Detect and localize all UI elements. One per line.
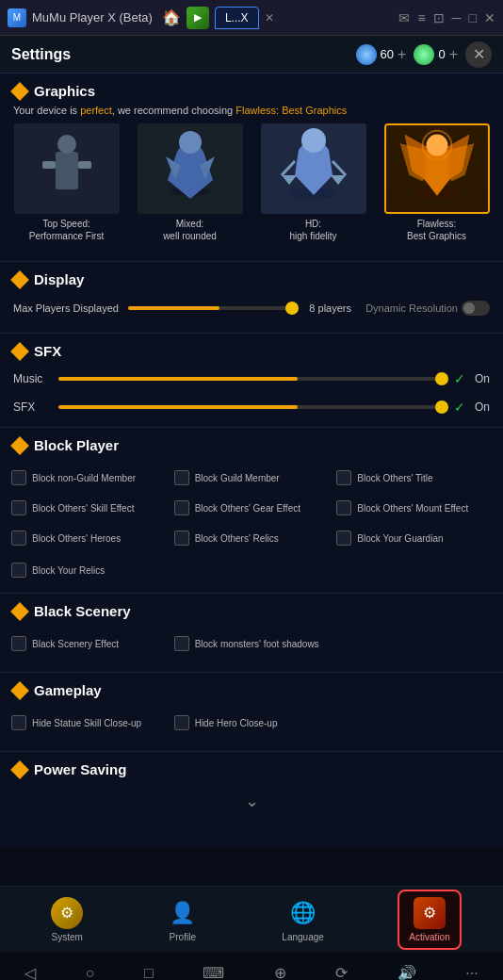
android-volume-button[interactable]: 🔊: [398, 964, 416, 980]
close-icon: ✕: [473, 45, 485, 63]
activation-icon: ⚙: [414, 897, 446, 929]
block-monsters-checkbox[interactable]: [174, 636, 189, 651]
hide-hero-item: Hide Hero Close-up: [170, 708, 333, 738]
sfx-title: SFX: [34, 343, 61, 359]
block-guild-checkbox[interactable]: [174, 470, 189, 485]
restore-icon[interactable]: ⊡: [433, 10, 445, 25]
sfx-slider[interactable]: [58, 398, 445, 416]
display-diamond-icon: [10, 270, 29, 289]
hide-hero-checkbox[interactable]: [174, 715, 189, 730]
android-more-button[interactable]: ···: [465, 965, 478, 981]
graphics-option-flawless[interactable]: Flawless:Best Graphics: [384, 123, 490, 242]
app-name: MuMu Player X (Beta): [32, 10, 153, 24]
music-slider-track: [58, 377, 445, 381]
block-item-gear: Block Others' Gear Effect: [170, 493, 333, 523]
graphics-hd-label: HD:high fidelity: [261, 218, 366, 242]
settings-close-button[interactable]: ✕: [465, 41, 492, 68]
close-tab-icon[interactable]: ✕: [265, 11, 274, 24]
sfx-row: SFX ✓ On: [0, 393, 503, 421]
black-scenery-header: Black Scenery: [0, 594, 503, 625]
block-player-header: Block Player: [0, 428, 503, 459]
block-your-relics-label: Block Your Relics: [32, 564, 105, 577]
graphics-speed-preview: [14, 123, 120, 214]
settings-header: Settings 60 + 0 + ✕: [0, 36, 503, 74]
music-thumb[interactable]: [435, 372, 448, 385]
menu-icon[interactable]: ≡: [417, 10, 425, 25]
block-non-guild-checkbox[interactable]: [11, 470, 26, 485]
gameplay-diamond-icon: [10, 681, 29, 700]
active-tab[interactable]: L...X: [215, 7, 259, 29]
sfx-row-label: SFX: [13, 400, 51, 414]
home-icon[interactable]: 🏠: [162, 8, 181, 26]
close-window-icon[interactable]: ✕: [484, 10, 495, 25]
nav-system[interactable]: ⚙ System: [41, 891, 92, 948]
black-scenery-checkbox[interactable]: [11, 636, 26, 651]
slider-thumb[interactable]: [285, 302, 299, 315]
block-mount-label: Block Others' Mount Effect: [357, 502, 468, 514]
android-recents-button[interactable]: □: [144, 965, 154, 981]
block-item-skill: Block Others' Skill Effect: [8, 493, 170, 523]
players-value: 8 players: [304, 302, 356, 314]
currency-2-group: 0 +: [414, 44, 458, 65]
max-players-slider[interactable]: [128, 299, 295, 318]
nav-profile[interactable]: 👤 Profile: [157, 891, 208, 948]
block-grid: Block non-Guild Member Block Guild Membe…: [0, 459, 503, 557]
power-diamond-icon: [10, 760, 29, 779]
minimize-icon[interactable]: ─: [452, 10, 462, 25]
block-title-checkbox[interactable]: [336, 470, 351, 485]
block-title-label: Block Others' Title: [357, 472, 432, 484]
currency-1-group: 60 +: [356, 44, 407, 65]
graphics-option-mixed[interactable]: Mixed:well rounded: [138, 123, 243, 242]
currency-1-add-button[interactable]: +: [398, 46, 406, 63]
black-scenery-effect-label: Black Scenery Effect: [32, 638, 119, 650]
hide-statue-item: Hide Statue Skill Close-up: [8, 708, 170, 738]
nav-activation[interactable]: ⚙ Activation: [398, 890, 461, 950]
block-gear-label: Block Others' Gear Effect: [195, 502, 300, 514]
block-player-section: Block Player Block non-Guild Member Bloc…: [0, 427, 503, 593]
slider-fill: [128, 306, 220, 310]
sfx-diamond-icon: [10, 342, 29, 361]
email-icon[interactable]: ✉: [398, 10, 410, 25]
dynamic-resolution-toggle[interactable]: Dynamic Resolution: [365, 301, 490, 316]
graphics-option-hd[interactable]: HD:high fidelity: [261, 123, 366, 242]
graphics-section: Graphics Your device is perfect, we reco…: [0, 74, 503, 261]
graphics-diamond-icon: [10, 82, 29, 101]
sfx-thumb[interactable]: [435, 400, 448, 414]
hide-statue-checkbox[interactable]: [11, 715, 26, 730]
block-relics-checkbox[interactable]: [174, 531, 189, 546]
graphics-flawless-label: Flawless:Best Graphics: [384, 218, 490, 242]
expand-power-saving-button[interactable]: ⌄: [0, 783, 503, 819]
language-icon: 🌐: [287, 897, 319, 929]
display-header: Display: [0, 262, 503, 293]
block-item-mount: Block Others' Mount Effect: [333, 493, 495, 523]
block-heroes-label: Block Others' Heroes: [32, 532, 121, 545]
android-keyboard-button[interactable]: ⌨: [203, 964, 224, 980]
max-players-label: Max Players Displayed: [13, 302, 119, 314]
nav-system-label: System: [52, 932, 83, 942]
block-skill-checkbox[interactable]: [11, 500, 26, 515]
graphics-flawless-preview: [384, 123, 490, 214]
black-scenery-grid: Black Scenery Effect Block monsters' foo…: [0, 625, 503, 662]
nav-profile-label: Profile: [170, 932, 196, 942]
toggle-switch[interactable]: [462, 301, 490, 316]
music-slider[interactable]: [58, 369, 445, 388]
graphics-option-speed[interactable]: Top Speed:Performance First: [14, 123, 120, 242]
svg-point-9: [179, 131, 202, 154]
block-guardian-checkbox[interactable]: [336, 531, 351, 546]
block-mount-checkbox[interactable]: [336, 500, 351, 515]
block-your-relics-checkbox[interactable]: [11, 563, 26, 578]
block-heroes-checkbox[interactable]: [11, 531, 26, 546]
graphics-title: Graphics: [34, 83, 95, 99]
android-rotate-button[interactable]: ⟳: [335, 964, 348, 980]
block-gear-checkbox[interactable]: [174, 500, 189, 515]
sfx-slider-track: [58, 405, 445, 409]
maximize-icon[interactable]: □: [469, 10, 477, 25]
play-store-icon[interactable]: ▶: [187, 7, 209, 29]
android-home-button[interactable]: ○: [86, 965, 95, 981]
gameplay-grid: Hide Statue Skill Close-up Hide Hero Clo…: [0, 704, 503, 742]
android-gamepad-button[interactable]: ⊕: [274, 964, 286, 980]
currency-2-add-button[interactable]: +: [449, 46, 458, 63]
nav-language[interactable]: 🌐 Language: [272, 891, 333, 948]
settings-content: Graphics Your device is perfect, we reco…: [0, 74, 503, 886]
android-back-button[interactable]: ◁: [24, 964, 36, 980]
